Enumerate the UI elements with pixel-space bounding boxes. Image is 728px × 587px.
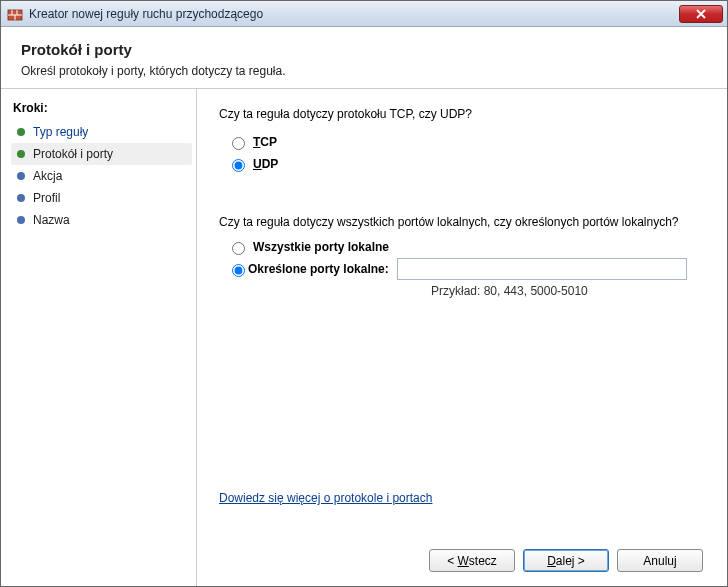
steps-sidebar: Kroki: Typ reguły Protokół i porty Akcja…	[1, 89, 197, 586]
step-bullet-icon	[17, 194, 25, 202]
close-icon	[696, 9, 706, 19]
label-all-ports[interactable]: Wszystkie porty lokalne	[253, 240, 389, 254]
step-action[interactable]: Akcja	[11, 165, 192, 187]
protocol-question: Czy ta reguła dotyczy protokołu TCP, czy…	[219, 107, 705, 121]
firewall-icon	[7, 6, 23, 22]
radio-udp[interactable]	[232, 159, 245, 172]
window-title: Kreator nowej reguły ruchu przychodząceg…	[29, 7, 679, 21]
specific-ports-input[interactable]	[397, 258, 687, 280]
step-bullet-icon	[17, 172, 25, 180]
protocol-udp-row: UDP	[227, 156, 705, 172]
wizard-header: Protokół i porty Określ protokoły i port…	[1, 27, 727, 89]
wizard-main: Czy ta reguła dotyczy protokołu TCP, czy…	[197, 89, 727, 586]
radio-all-ports[interactable]	[232, 242, 245, 255]
step-label: Typ reguły	[33, 125, 88, 139]
step-label: Akcja	[33, 169, 62, 183]
close-button[interactable]	[679, 5, 723, 23]
step-protocol-ports[interactable]: Protokół i porty	[11, 143, 192, 165]
step-name[interactable]: Nazwa	[11, 209, 192, 231]
step-label: Profil	[33, 191, 60, 205]
radio-specific-ports[interactable]	[232, 264, 245, 277]
step-label: Protokół i porty	[33, 147, 113, 161]
step-bullet-icon	[17, 150, 25, 158]
ports-example: Przykład: 80, 443, 5000-5010	[431, 284, 705, 298]
radio-tcp[interactable]	[232, 137, 245, 150]
steps-heading: Kroki:	[13, 101, 192, 115]
next-button[interactable]: Dalej >	[523, 549, 609, 572]
titlebar: Kreator nowej reguły ruchu przychodząceg…	[1, 1, 727, 27]
label-tcp[interactable]: TCP	[253, 135, 277, 149]
wizard-buttons: < Wstecz Dalej > Anuluj	[219, 545, 705, 574]
step-profile[interactable]: Profil	[11, 187, 192, 209]
label-specific-ports[interactable]: Określone porty lokalne:	[248, 262, 389, 276]
step-rule-type[interactable]: Typ reguły	[11, 121, 192, 143]
ports-all-row: Wszystkie porty lokalne	[227, 239, 705, 255]
wizard-body: Kroki: Typ reguły Protokół i porty Akcja…	[1, 89, 727, 586]
ports-specific-row: Określone porty lokalne:	[227, 258, 705, 280]
step-label: Nazwa	[33, 213, 70, 227]
page-title: Protokół i porty	[21, 41, 707, 58]
wizard-window: Kreator nowej reguły ruchu przychodząceg…	[0, 0, 728, 587]
ports-question: Czy ta reguła dotyczy wszystkich portów …	[219, 215, 705, 229]
cancel-button[interactable]: Anuluj	[617, 549, 703, 572]
protocol-tcp-row: TCP	[227, 134, 705, 150]
page-subtitle: Określ protokoły i porty, których dotycz…	[21, 64, 707, 78]
step-bullet-icon	[17, 216, 25, 224]
label-udp[interactable]: UDP	[253, 157, 278, 171]
step-bullet-icon	[17, 128, 25, 136]
learn-more-link[interactable]: Dowiedz się więcej o protokole i portach	[219, 491, 705, 505]
back-button[interactable]: < Wstecz	[429, 549, 515, 572]
